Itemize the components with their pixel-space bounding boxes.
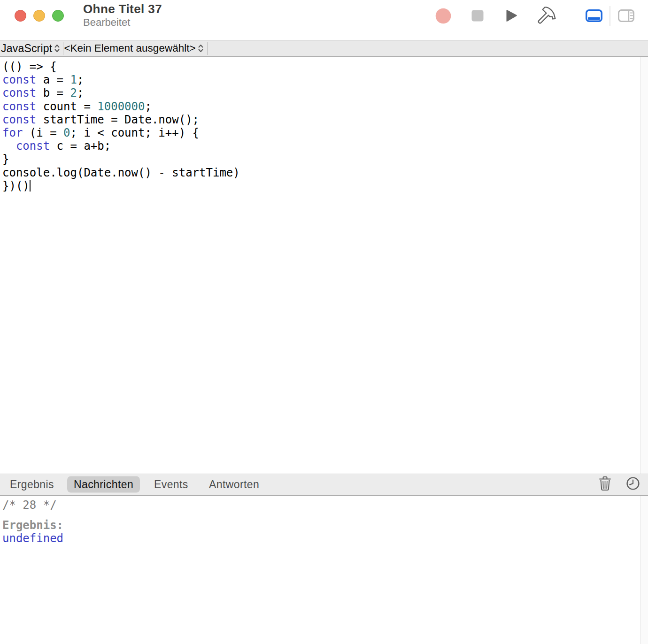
code-editor[interactable]: (() => {const a = 1;const b = 2;const co…	[0, 57, 648, 474]
compile-button[interactable]	[535, 0, 557, 31]
code-line: const count = 1000000;	[2, 100, 648, 113]
tab-nachrichten[interactable]: Nachrichten	[67, 476, 140, 493]
show-accessory-pane-button[interactable]	[618, 0, 634, 31]
chevron-updown-icon	[198, 44, 204, 53]
clear-log-button[interactable]	[599, 476, 611, 493]
code-line: for (i = 0; i < count; i++) {	[2, 126, 648, 139]
code-line: const startTime = Date.now();	[2, 113, 648, 126]
toolbar-divider	[609, 0, 610, 31]
record-button[interactable]	[435, 0, 451, 31]
output-result-value: undefined	[2, 532, 648, 545]
code-line: const b = 2;	[2, 86, 648, 100]
minimize-button[interactable]	[33, 10, 45, 22]
language-dropdown-value: JavaScript	[1, 42, 52, 55]
tab-antworten[interactable]: Antworten	[209, 478, 259, 491]
tab-events[interactable]: Events	[154, 478, 188, 491]
result-pane-tabbar: ErgebnisNachrichtenEventsAntworten	[0, 474, 648, 496]
trash-icon	[599, 476, 611, 491]
text-caret	[30, 180, 31, 192]
stop-icon	[471, 10, 484, 22]
element-dropdown-value: <Kein Element ausgewählt>	[64, 42, 195, 54]
zoom-button[interactable]	[52, 10, 64, 22]
code-line: const c = a+b;	[2, 139, 648, 153]
navbar-divider	[207, 42, 208, 55]
output-line-counter: /* 28 */	[2, 498, 648, 512]
close-button[interactable]	[15, 10, 26, 22]
right-panel-icon	[618, 9, 634, 22]
code-line: const a = 1;	[2, 73, 648, 86]
window-toolbar: Ohne Titel 37 Bearbeitet	[0, 0, 648, 40]
window-title-block: Ohne Titel 37 Bearbeitet	[83, 2, 162, 28]
run-button[interactable]	[506, 0, 517, 31]
output-spacer	[2, 512, 648, 519]
bottom-panel-icon	[586, 9, 602, 22]
hammer-icon	[535, 6, 557, 26]
history-button[interactable]	[626, 477, 640, 492]
result-pane[interactable]: /* 28 */ Ergebnis: undefined	[0, 496, 648, 644]
code-line: (() => {	[2, 60, 648, 73]
history-clock-icon	[626, 477, 640, 490]
language-dropdown[interactable]: JavaScript	[0, 40, 60, 56]
output-scrollbar-track[interactable]	[640, 496, 648, 644]
stop-button[interactable]	[471, 0, 484, 31]
record-icon	[435, 8, 451, 24]
code-line: }	[2, 153, 648, 166]
code-line: console.log(Date.now() - startTime)	[2, 166, 648, 179]
tab-ergebnis[interactable]: Ergebnis	[10, 478, 54, 491]
element-dropdown[interactable]: <Kein Element ausgewählt>	[63, 40, 203, 56]
navigation-bar: JavaScript <Kein Element ausgewählt>	[0, 40, 648, 57]
chevron-updown-icon	[54, 44, 60, 53]
code-line: })()	[2, 179, 648, 192]
output-result-label: Ergebnis:	[2, 519, 648, 532]
show-bottom-pane-button[interactable]	[586, 0, 602, 31]
window-title: Ohne Titel 37	[83, 2, 162, 15]
play-icon	[506, 9, 517, 22]
window-subtitle: Bearbeitet	[83, 17, 162, 28]
code-text: (() => {const a = 1;const b = 2;const co…	[0, 57, 648, 192]
editor-scrollbar-track[interactable]	[640, 57, 648, 474]
